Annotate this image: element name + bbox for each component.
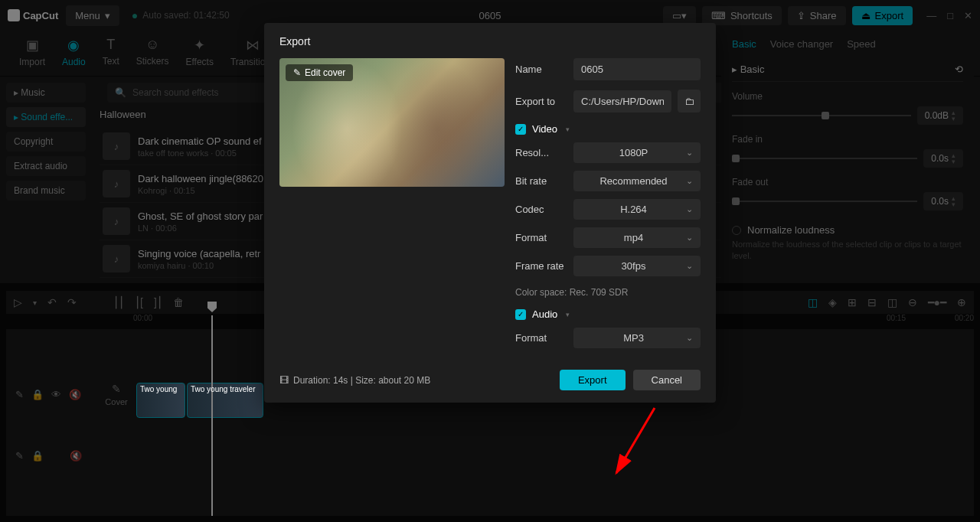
codec-select[interactable]: H.264⌄ (573, 199, 701, 220)
svg-line-0 (616, 408, 655, 473)
framerate-label: Frame rate (515, 260, 567, 272)
chevron-down-icon: ⌄ (686, 333, 693, 343)
modal-overlay: Export ✎ Edit cover Name Export to 🗀 (0, 0, 980, 522)
bitrate-label: Bit rate (515, 175, 567, 187)
color-space-info: Color space: Rec. 709 SDR (515, 287, 701, 298)
cancel-button[interactable]: Cancel (633, 370, 701, 390)
chevron-down-icon: ⌄ (686, 204, 693, 214)
framerate-select[interactable]: 30fps⌄ (573, 256, 701, 276)
exportto-label: Export to (515, 96, 567, 107)
video-section-toggle[interactable]: ✓ Video▾ (515, 123, 701, 135)
format-select[interactable]: mp4⌄ (573, 227, 701, 248)
format-label: Format (515, 232, 567, 243)
exportto-field[interactable] (573, 90, 671, 113)
export-form: Name Export to 🗀 ✓ Video▾ Resol... 1080P… (515, 58, 701, 349)
folder-icon: 🗀 (684, 96, 694, 107)
checkbox-checked-icon: ✓ (515, 124, 526, 135)
film-icon: 🎞 (279, 375, 289, 386)
resolution-select[interactable]: 1080P⌄ (573, 142, 701, 163)
chevron-down-icon: ⌄ (686, 176, 693, 186)
resolution-label: Resol... (515, 147, 567, 158)
chevron-down-icon: ⌄ (686, 148, 693, 158)
audio-section-toggle[interactable]: ✓ Audio▾ (515, 308, 701, 320)
pencil-icon: ✎ (293, 67, 301, 78)
edit-cover-button[interactable]: ✎ Edit cover (286, 64, 353, 81)
browse-folder-button[interactable]: 🗀 (678, 90, 701, 113)
codec-label: Codec (515, 204, 567, 215)
audio-format-select[interactable]: MP3⌄ (573, 328, 701, 348)
dialog-title: Export (279, 35, 701, 47)
chevron-down-icon: ⌄ (686, 233, 693, 243)
export-dialog: Export ✎ Edit cover Name Export to 🗀 (264, 23, 716, 403)
name-field[interactable] (573, 58, 701, 80)
chevron-down-icon: ⌄ (686, 261, 693, 271)
name-label: Name (515, 64, 567, 75)
duration-info: 🎞 Duration: 14s | Size: about 20 MB (279, 375, 430, 386)
audio-format-label: Format (515, 332, 567, 344)
bitrate-select[interactable]: Recommended⌄ (573, 171, 701, 191)
export-button[interactable]: Export (560, 370, 626, 390)
annotation-arrow (609, 408, 670, 487)
cover-preview: ✎ Edit cover (279, 58, 505, 187)
checkbox-checked-icon: ✓ (515, 309, 526, 320)
